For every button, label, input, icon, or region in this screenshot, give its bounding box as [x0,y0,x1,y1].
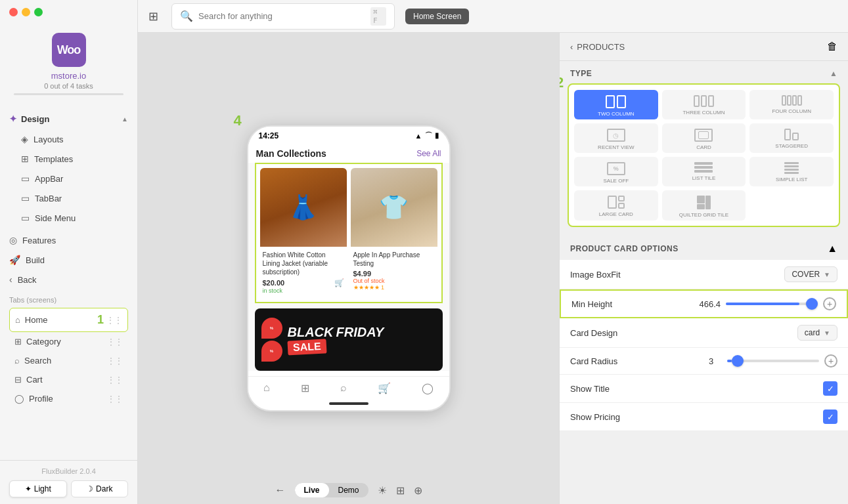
cart-drag-handle[interactable]: ⋮⋮ [107,375,123,385]
col2 [787,95,792,106]
col3 [792,95,797,106]
type-card[interactable]: CARD [662,123,746,153]
live-option[interactable]: Live [294,483,328,497]
traffic-light-red[interactable] [9,8,18,16]
design-chevron: ▲ [122,116,128,123]
type-grid: TWO COLUMN THREE COLUMN [568,83,840,227]
product-card-2[interactable]: 👕 Apple In App Purchase Testing $4.99 Ou… [351,168,437,298]
show-title-check-icon: ✓ [827,384,834,394]
search-bar[interactable]: 🔍 ⌘ F [171,3,395,30]
apps-grid-icon[interactable]: ⊞ [148,9,158,24]
sidebar-item-templates[interactable]: ⊞ Templates [0,149,137,169]
price-tag-2: % [261,341,282,362]
zoom-icon[interactable]: ⊕ [414,484,422,497]
card-radius-plus-btn[interactable]: + [824,354,837,368]
home-drag-handle[interactable]: ⋮⋮ [106,316,122,325]
demo-option[interactable]: Demo [329,483,368,497]
product-price-1: $20.00 [263,279,285,287]
dark-theme-btn[interactable]: ☽ Dark [71,480,129,497]
phone-see-all[interactable]: See All [416,149,441,158]
type-large-card[interactable]: LARGE CARD [574,190,658,220]
q1 [697,196,705,203]
wifi-icon: ⌒ [425,131,432,140]
grid-ctrl-icon[interactable]: ⊞ [396,484,405,497]
large-card-label: LARGE CARD [599,211,633,217]
type-staggered[interactable]: STAGGERED [749,123,834,153]
nav-cart[interactable]: 🛒 [378,382,391,394]
tab-cart[interactable]: ⊟ Cart ⋮⋮ [9,370,128,389]
profile-tab-label: Profile [29,394,53,404]
type-simple-list[interactable]: SIMPLE LIST [749,157,834,186]
show-title-toggle[interactable]: ✓ [823,381,837,396]
min-height-value: 466.4 [694,299,721,309]
tab-search[interactable]: ⌕ Search ⋮⋮ [9,351,128,370]
design-group-header[interactable]: ✦ Design ▲ [0,108,137,129]
boxfit-dropdown-arrow: ▼ [824,271,830,278]
store-name[interactable]: mstore.io [51,71,86,81]
show-pricing-toggle[interactable]: ✓ [823,410,837,424]
search-drag-handle[interactable]: ⋮⋮ [107,356,123,366]
tab-home[interactable]: ⌂ Home 1 ⋮⋮ [9,308,128,332]
feature-item-build[interactable]: 🚀 Build [9,250,128,270]
nav-search[interactable]: ⌕ [340,382,347,394]
feature-item-features[interactable]: ◎ Features [9,230,128,250]
back-arrow-btn[interactable]: ← [275,484,285,496]
traffic-light-yellow[interactable] [22,8,30,16]
product-cart-1[interactable]: 🛒 [334,278,344,287]
product-img-1: 👗 [260,168,347,247]
type-list-tile[interactable]: LIST TILE [662,157,746,186]
sun-icon[interactable]: ☀ [378,484,387,497]
tabbar-icon: ▭ [21,193,30,203]
black-friday-banner[interactable]: % % BLACK FR [255,308,443,371]
tab-category[interactable]: ⊞ Category ⋮⋮ [9,332,128,351]
traffic-light-green[interactable] [34,8,43,16]
tab-profile[interactable]: ◯ Profile ⋮⋮ [9,389,128,408]
nav-category[interactable]: ⊞ [301,382,309,394]
nav-home[interactable]: ⌂ [263,382,270,394]
home-indicator-bar [329,402,368,405]
col3 [708,95,714,107]
home-screen-button[interactable]: Home Screen [405,9,469,24]
phone-with-badge: 4 14:25 ▲ ⌒ ▮ Man Collecti [247,125,451,411]
type-collapse-icon[interactable]: ▲ [830,69,837,78]
type-recent-view[interactable]: ◷ RECENT VIEW [574,123,658,153]
min-height-thumb[interactable] [806,298,818,310]
product-card-1[interactable]: 👗 Fashion White Cotton Lining Jacket (va… [260,168,347,298]
min-height-track[interactable] [726,303,818,305]
type-quilted-grid[interactable]: QUILTED GRID TILE [662,190,746,220]
card-design-dropdown-arrow: ▼ [824,329,830,337]
card-radius-thumb[interactable] [732,355,744,367]
profile-drag-handle[interactable]: ⋮⋮ [107,394,123,404]
panel-back-btn[interactable]: ‹ PRODUCTS [570,42,625,52]
pco-title: PRODUCT CARD OPTIONS [570,244,679,253]
category-drag-handle[interactable]: ⋮⋮ [107,337,123,346]
feature-item-back[interactable]: ‹ Back [9,270,128,289]
type-four-column[interactable]: FOUR COLUMN [749,90,834,119]
nav-profile[interactable]: ◯ [422,382,434,394]
card-design-select[interactable]: card ▼ [797,325,837,341]
design-icon: ✦ [9,114,17,124]
templates-icon: ⊞ [21,154,29,164]
type-sale-off[interactable]: % SALE OFF [574,157,658,186]
type-three-column[interactable]: THREE COLUMN [662,90,746,119]
image-boxfit-select[interactable]: COVER ▼ [784,266,837,282]
image-boxfit-text: COVER [792,270,820,279]
category-tab-label: Category [26,337,61,346]
sidebar-item-sidemenu[interactable]: ▭ Side Menu [0,208,137,228]
sidebar-item-tabbar[interactable]: ▭ TabBar [0,188,137,208]
min-height-plus-btn[interactable]: + [823,297,836,310]
sidebar-item-appbar[interactable]: ▭ AppBar [0,169,137,188]
product2-placeholder-icon: 👕 [379,194,409,221]
card-radius-track[interactable] [727,360,819,362]
product-card-options-section: PRODUCT CARD OPTIONS ▲ Image BoxFit COVE… [560,235,848,431]
trash-icon[interactable]: 🗑 [827,41,837,52]
theme-toggle: ✦ Light ☽ Dark [9,480,128,497]
col2 [617,95,626,108]
large-card-icon [608,196,625,209]
light-theme-btn[interactable]: ✦ Light [9,480,67,497]
search-input[interactable] [198,11,365,21]
sidebar-item-layouts[interactable]: ◈ Layouts [0,129,137,149]
card-radius-row: Card Radius 3 + [560,348,848,375]
type-two-column[interactable]: TWO COLUMN [574,90,658,119]
pco-collapse-icon[interactable]: ▲ [827,243,837,255]
